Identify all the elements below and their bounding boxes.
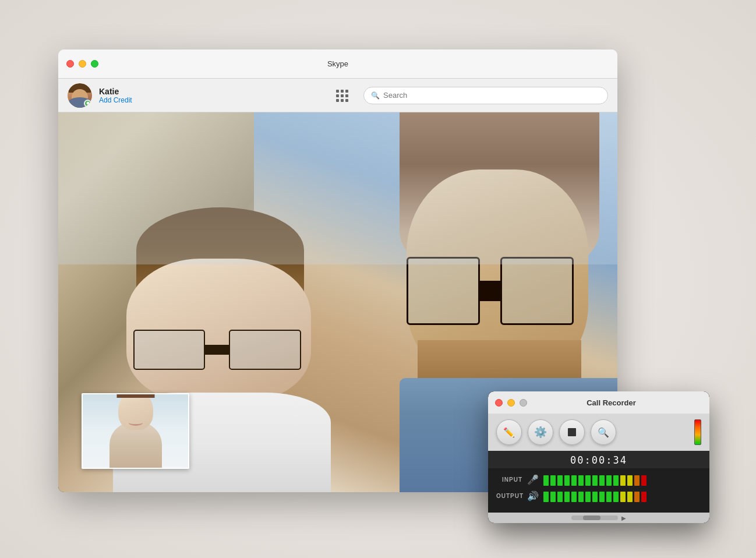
title-bar: Skype bbox=[58, 50, 617, 79]
vu-bar bbox=[578, 475, 584, 486]
recorder-controls: ✏️ ⚙️ 🔍 bbox=[488, 414, 709, 451]
speaker-icon: 🔊 bbox=[527, 490, 539, 502]
pencil-button[interactable]: ✏️ bbox=[496, 419, 522, 445]
recorder-scrollbar: ▶ bbox=[488, 513, 709, 523]
vu-bar bbox=[613, 475, 619, 486]
avatar bbox=[68, 83, 92, 108]
grid-dot bbox=[336, 90, 339, 93]
search-recordings-button[interactable]: 🔍 bbox=[591, 419, 616, 445]
window-controls bbox=[66, 60, 98, 68]
microphone-icon: 🎤 bbox=[527, 474, 539, 485]
timer-display: 00:00:34 bbox=[570, 454, 627, 466]
output-vu-bars bbox=[543, 489, 647, 502]
minimize-button[interactable] bbox=[79, 60, 86, 68]
vu-bar bbox=[592, 492, 598, 502]
vu-bar bbox=[585, 492, 591, 502]
stop-button[interactable] bbox=[559, 419, 585, 445]
vu-bar bbox=[620, 492, 626, 502]
vu-bar bbox=[557, 492, 563, 502]
grid-dot bbox=[345, 99, 348, 102]
vu-bar bbox=[557, 475, 563, 486]
search-icon: 🔍 bbox=[371, 91, 380, 100]
vu-bar bbox=[571, 475, 577, 486]
search-input[interactable] bbox=[383, 91, 600, 100]
vu-bar bbox=[571, 492, 577, 502]
vu-bar bbox=[599, 475, 605, 486]
recorder-title: Call Recorder bbox=[532, 398, 691, 407]
gear-icon: ⚙️ bbox=[534, 426, 547, 439]
vu-bar bbox=[599, 492, 605, 502]
recording-timer: 00:00:34 bbox=[488, 451, 709, 468]
recording-level-bar bbox=[694, 419, 701, 445]
father-glasses bbox=[407, 257, 574, 325]
stop-icon bbox=[568, 428, 576, 436]
vu-bar bbox=[641, 492, 647, 502]
window-title: Skype bbox=[327, 59, 348, 68]
vu-bar bbox=[613, 492, 619, 502]
user-name: Katie bbox=[99, 87, 132, 96]
vu-bar bbox=[606, 492, 612, 502]
user-info: Katie Add Credit bbox=[99, 87, 132, 104]
search-bar[interactable]: 🔍 bbox=[363, 87, 608, 104]
child-glasses bbox=[133, 330, 301, 369]
vu-bar bbox=[550, 492, 556, 502]
vu-bar bbox=[543, 475, 549, 486]
grid-dot bbox=[341, 99, 344, 102]
status-indicator bbox=[84, 100, 91, 107]
grid-dot bbox=[345, 90, 348, 93]
recorder-title-bar: Call Recorder bbox=[488, 391, 709, 414]
vu-bar bbox=[550, 475, 556, 486]
output-label: OUTPUT bbox=[496, 493, 522, 499]
add-credit-link[interactable]: Add Credit bbox=[99, 96, 132, 104]
self-video-thumbnail bbox=[82, 393, 189, 469]
recorder-maximize-button[interactable] bbox=[520, 399, 527, 407]
scroll-right-arrow[interactable]: ▶ bbox=[621, 515, 626, 521]
thumbnail-person-hair bbox=[116, 393, 154, 398]
recorder-widget: Call Recorder ✏️ ⚙️ 🔍 00:00:34 INPUT 🎤 bbox=[488, 391, 709, 523]
close-button[interactable] bbox=[66, 60, 74, 68]
vu-bar bbox=[592, 475, 598, 486]
grid-dot bbox=[336, 94, 339, 97]
input-vu-bars bbox=[543, 473, 647, 486]
vu-bar bbox=[606, 475, 612, 486]
vu-bar bbox=[641, 475, 647, 486]
thumbnail-smile bbox=[129, 420, 143, 426]
recorder-minimize-button[interactable] bbox=[507, 399, 515, 407]
recorder-close-button[interactable] bbox=[495, 399, 503, 407]
scrollbar-track[interactable] bbox=[571, 515, 618, 520]
output-vu-row: OUTPUT 🔊 bbox=[496, 489, 701, 502]
input-label: INPUT bbox=[496, 476, 522, 483]
grid-dot bbox=[341, 90, 344, 93]
vu-bar bbox=[543, 492, 549, 502]
vu-bar bbox=[620, 475, 626, 486]
grid-dot bbox=[336, 99, 339, 102]
maximize-button[interactable] bbox=[91, 60, 98, 68]
grid-menu-button[interactable] bbox=[333, 87, 351, 104]
pencil-icon: ✏️ bbox=[503, 427, 515, 438]
vu-bar bbox=[564, 475, 570, 486]
vu-bar bbox=[627, 492, 633, 502]
scrollbar-thumb[interactable] bbox=[583, 515, 600, 520]
vu-bar bbox=[585, 475, 591, 486]
settings-button[interactable]: ⚙️ bbox=[528, 419, 553, 445]
vu-bar bbox=[627, 475, 633, 486]
vu-bar bbox=[634, 475, 640, 486]
vu-bar bbox=[564, 492, 570, 502]
search-icon: 🔍 bbox=[598, 427, 609, 438]
room-bg bbox=[58, 112, 617, 264]
vu-bar bbox=[578, 492, 584, 502]
vu-meters: INPUT 🎤 OUTPUT 🔊 bbox=[488, 468, 709, 513]
input-vu-row: INPUT 🎤 bbox=[496, 473, 701, 486]
vu-bar bbox=[634, 492, 640, 502]
header-bar: Katie Add Credit 🔍 bbox=[58, 79, 617, 112]
grid-dot bbox=[341, 94, 344, 97]
grid-dot bbox=[345, 94, 348, 97]
